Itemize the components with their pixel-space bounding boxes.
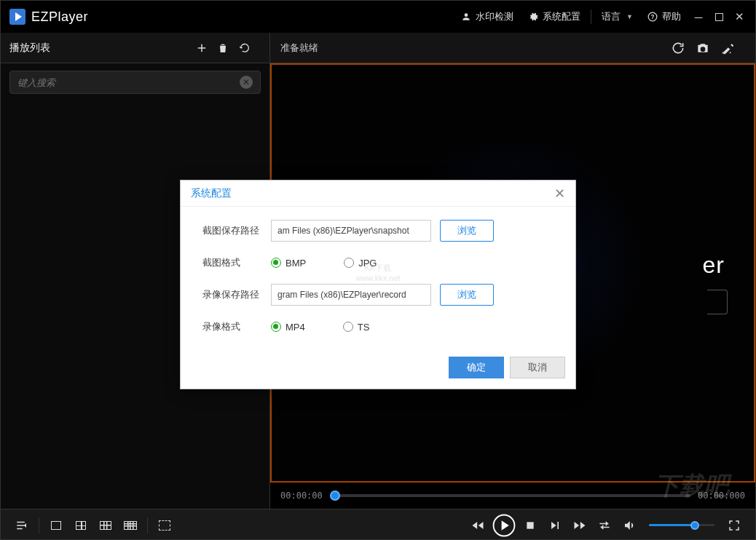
- record-format-row: 录像格式 MP4 TS: [202, 320, 554, 333]
- snapshot-format-row: 截图格式 BMP JPG: [202, 256, 554, 269]
- record-browse-button[interactable]: 浏览: [440, 284, 494, 306]
- snapshot-format-label: 截图格式: [202, 256, 262, 269]
- radio-icon: [343, 322, 353, 332]
- dialog-header: 系统配置 ✕: [181, 180, 575, 207]
- dialog-cancel-button[interactable]: 取消: [510, 357, 565, 378]
- system-config-dialog: 系统配置 ✕ 截图保存路径 浏览 截图格式 BMP JPG: [180, 180, 576, 389]
- snapshot-browse-button[interactable]: 浏览: [440, 220, 494, 242]
- dialog-title: 系统配置: [191, 187, 554, 200]
- dialog-close-button[interactable]: ✕: [554, 186, 565, 202]
- dialog-footer: 确定 取消: [181, 351, 575, 389]
- format-ts-label: TS: [358, 322, 370, 333]
- dialog-body: 截图保存路径 浏览 截图格式 BMP JPG 录像保存路径 浏览: [181, 207, 575, 351]
- snapshot-path-input[interactable]: [271, 220, 431, 242]
- dialog-backdrop: 系统配置 ✕ 截图保存路径 浏览 截图格式 BMP JPG: [1, 1, 755, 539]
- dialog-ok-button[interactable]: 确定: [449, 357, 504, 378]
- record-path-input[interactable]: [271, 284, 431, 306]
- radio-selected-icon: [271, 258, 281, 268]
- format-bmp-label: BMP: [286, 258, 306, 269]
- record-format-mp4-radio[interactable]: MP4: [271, 322, 305, 333]
- radio-selected-icon: [271, 322, 281, 332]
- snapshot-path-label: 截图保存路径: [202, 224, 262, 237]
- record-path-label: 录像保存路径: [202, 288, 262, 301]
- format-mp4-label: MP4: [286, 322, 305, 333]
- record-format-ts-radio[interactable]: TS: [343, 322, 370, 333]
- snapshot-format-jpg-radio[interactable]: JPG: [344, 258, 377, 269]
- snapshot-path-row: 截图保存路径 浏览: [202, 220, 554, 242]
- format-jpg-label: JPG: [358, 258, 377, 269]
- record-path-row: 录像保存路径 浏览: [202, 284, 554, 306]
- radio-icon: [344, 258, 354, 268]
- record-format-label: 录像格式: [202, 320, 262, 333]
- snapshot-format-bmp-radio[interactable]: BMP: [271, 258, 306, 269]
